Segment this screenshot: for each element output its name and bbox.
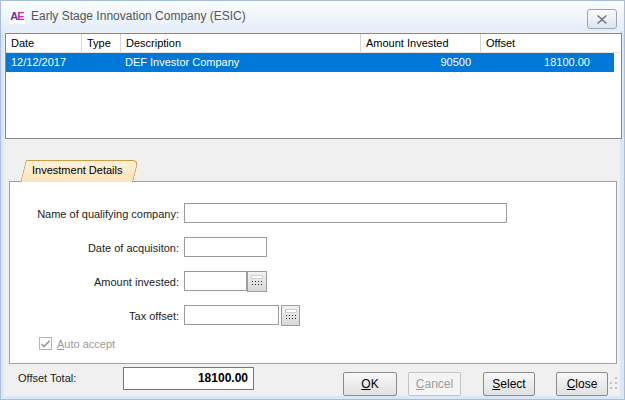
amount-invested-picker-button[interactable] <box>247 271 267 292</box>
column-header-offset[interactable]: Offset <box>480 34 621 52</box>
date-of-acquisition-label: Date of acquisiton: <box>21 238 179 258</box>
column-header-date[interactable]: Date <box>6 34 81 52</box>
investments-grid: Date Type Description Amount Invested Of… <box>5 33 622 139</box>
tax-offset-input[interactable] <box>184 305 279 325</box>
cancel-button[interactable]: Cancel <box>408 372 461 396</box>
name-of-qualifying-company-label: Name of qualifying company: <box>21 204 179 224</box>
tax-offset-picker-button[interactable] <box>281 305 300 326</box>
keypad-icon <box>251 275 263 279</box>
auto-accept-checkbox-row: Auto accept <box>39 337 115 350</box>
close-dialog-button[interactable]: Close <box>556 372 608 396</box>
date-of-acquisition-input[interactable] <box>184 237 267 257</box>
offset-total-label: Offset Total: <box>18 372 76 384</box>
checkmark-icon <box>41 340 50 348</box>
tax-offset-label: Tax offset: <box>21 306 179 326</box>
offset-total-value: 18100.00 <box>123 367 254 390</box>
cell-date: 12/12/2017 <box>6 53 81 72</box>
app-icon-letter-e: E <box>17 10 23 22</box>
amount-invested-input[interactable] <box>184 271 247 291</box>
keypad-icon <box>285 309 297 313</box>
app-icon: AE <box>9 9 25 24</box>
esic-dialog: AE Early Stage Innovation Company (ESIC)… <box>0 0 625 400</box>
name-of-qualifying-company-input[interactable] <box>184 203 507 223</box>
window-title: Early Stage Innovation Company (ESIC) <box>31 9 246 23</box>
column-header-description[interactable]: Description <box>120 34 360 52</box>
ok-button[interactable]: OK <box>343 372 397 396</box>
cell-offset: 18100.00 <box>480 53 614 72</box>
close-button[interactable] <box>587 9 617 29</box>
column-header-amount-invested[interactable]: Amount Invested <box>360 34 480 52</box>
cell-description: DEF Investor Company <box>120 53 360 72</box>
resize-grip[interactable] <box>606 375 619 395</box>
cell-amount-invested: 90500 <box>360 53 480 72</box>
amount-invested-label: Amount invested: <box>21 272 179 292</box>
tab-investment-details[interactable]: Investment Details <box>23 160 136 182</box>
tab-label: Investment Details <box>23 160 136 181</box>
title-bar[interactable]: AE Early Stage Innovation Company (ESIC) <box>1 1 624 31</box>
auto-accept-checkbox[interactable] <box>39 337 52 350</box>
keypad-dots-icon <box>251 280 263 287</box>
keypad-dots-icon <box>285 314 297 321</box>
grid-header: Date Type Description Amount Invested Of… <box>6 34 621 53</box>
grid-row-selected[interactable]: 12/12/2017 DEF Investor Company 90500 18… <box>6 53 614 72</box>
cell-type <box>81 53 120 72</box>
close-icon <box>597 15 607 24</box>
select-button[interactable]: Select <box>483 372 535 396</box>
resize-grip-icon <box>606 375 619 391</box>
column-header-type[interactable]: Type <box>81 34 120 52</box>
auto-accept-label: Auto accept <box>57 338 115 350</box>
